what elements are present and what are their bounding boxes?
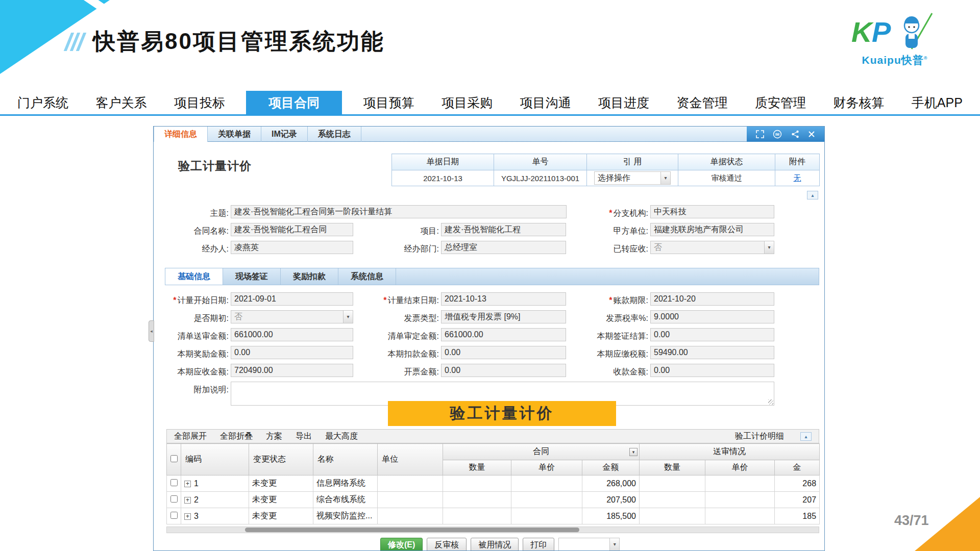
field-label: *计量结束日期: bbox=[368, 293, 439, 307]
app-window: 详细信息 关联单据 IM记录 系统日志 IM 验工计量计价 bbox=[153, 126, 825, 551]
usage-button[interactable]: 被用情况 bbox=[471, 538, 519, 551]
handler-input[interactable]: 凌燕英 bbox=[231, 241, 353, 254]
nav-item-communication[interactable]: 项目沟通 bbox=[514, 91, 577, 114]
nav-item-mobile-app[interactable]: 手机APP bbox=[905, 91, 969, 114]
invoiced-amount-input[interactable]: 0.00 bbox=[441, 364, 566, 377]
nav-item-customer[interactable]: 客户关系 bbox=[89, 91, 153, 114]
nav-item-progress[interactable]: 项目进度 bbox=[592, 91, 655, 114]
share-icon[interactable] bbox=[791, 130, 799, 138]
close-icon[interactable] bbox=[808, 131, 815, 138]
row-checkbox[interactable] bbox=[170, 495, 178, 503]
expand-icon[interactable]: + bbox=[184, 481, 191, 487]
collapse-panel-button[interactable]: ▴ bbox=[807, 191, 818, 199]
title-accent-marks bbox=[67, 33, 83, 51]
reference-select[interactable]: 选择操作▾ bbox=[594, 171, 671, 185]
attachment-link[interactable]: 无 bbox=[794, 173, 801, 182]
tax-due-input[interactable]: 59490.00 bbox=[650, 346, 774, 359]
receivable-amount-input[interactable]: 720490.00 bbox=[231, 364, 353, 377]
approved-amount-input[interactable]: 661000.00 bbox=[441, 328, 566, 341]
col-group-review: 送审情况 bbox=[640, 444, 820, 460]
nav-item-contract[interactable]: 项目合同 bbox=[246, 91, 342, 114]
expand-icon[interactable]: + bbox=[184, 497, 191, 504]
toolbar-max-height[interactable]: 最大高度 bbox=[325, 431, 358, 442]
resize-handle[interactable] bbox=[768, 399, 773, 405]
doc-header-table: 单据日期 单号 引 用 单据状态 附件 2021-10-13 YGJLJJ-20… bbox=[391, 154, 820, 186]
field-label: 本期扣款金额: bbox=[368, 347, 439, 361]
footer-select[interactable]: ▾ bbox=[558, 538, 620, 551]
grid-collapse-button[interactable]: ▴ bbox=[800, 432, 812, 441]
modify-button[interactable]: 修改(E) bbox=[380, 538, 423, 551]
deduction-amount-input[interactable]: 0.00 bbox=[441, 346, 566, 359]
expand-icon[interactable]: + bbox=[184, 513, 191, 520]
field-label: 经办部门: bbox=[368, 242, 439, 256]
subtab-site-visa[interactable]: 现场签证 bbox=[223, 268, 281, 285]
start-date-input[interactable]: 2021-09-01 bbox=[231, 292, 353, 306]
invoice-type-input[interactable]: 增值税专用发票 [9%] bbox=[441, 310, 566, 323]
slide: 快普易80项目管理系统功能 K P Kuaipu快普® 门户系统 客户关系 项目… bbox=[0, 0, 980, 551]
tab-system-log[interactable]: 系统日志 bbox=[308, 127, 361, 142]
reward-amount-input[interactable]: 0.00 bbox=[231, 346, 353, 359]
chevron-down-icon: ▾ bbox=[764, 241, 774, 254]
received-amount-input[interactable]: 0.00 bbox=[650, 364, 774, 377]
h-scrollbar-thumb[interactable] bbox=[245, 528, 579, 532]
nav-item-portal[interactable]: 门户系统 bbox=[11, 91, 75, 114]
field-label: *计量开始日期: bbox=[154, 293, 229, 307]
field-label: 附加说明: bbox=[154, 383, 229, 396]
subtab-system-info[interactable]: 系统信息 bbox=[338, 268, 396, 285]
field-label: 收款金额: bbox=[577, 365, 648, 379]
col-unit: 单位 bbox=[378, 444, 443, 475]
table-row[interactable]: +2 未变更 综合布线系统 207,500 207 bbox=[167, 492, 820, 508]
tab-im-records[interactable]: IM记录 bbox=[261, 127, 308, 142]
end-date-input[interactable]: 2021-10-13 bbox=[441, 292, 566, 306]
h-scrollbar[interactable] bbox=[166, 527, 819, 533]
svg-text:P: P bbox=[872, 16, 891, 48]
row-checkbox[interactable] bbox=[170, 479, 178, 486]
table-row[interactable]: +3 未变更 视频安防监控... 185,500 185 bbox=[167, 508, 820, 524]
slide-page-number: 43/71 bbox=[894, 513, 929, 529]
svg-text:K: K bbox=[851, 16, 874, 48]
field-label: 本期奖励金额: bbox=[154, 347, 229, 361]
window-controls: IM bbox=[747, 127, 824, 142]
transferred-select[interactable]: 否▾ bbox=[650, 241, 774, 254]
tax-rate-input[interactable]: 9.0000 bbox=[650, 310, 774, 323]
row-checkbox[interactable] bbox=[170, 512, 178, 519]
branch-input[interactable]: 中天科技 bbox=[650, 205, 774, 218]
col-group-contract: 合同 ▾ bbox=[443, 444, 640, 460]
toolbar-scheme[interactable]: 方案 bbox=[266, 431, 282, 442]
table-row[interactable]: +1 未变更 信息网络系统 268,000 268 bbox=[167, 475, 820, 492]
nav-item-quality[interactable]: 质安管理 bbox=[749, 91, 812, 114]
nav-item-bidding[interactable]: 项目投标 bbox=[168, 91, 231, 114]
print-button[interactable]: 打印 bbox=[523, 538, 554, 551]
subject-input[interactable]: 建发·吾悦智能化工程合同第一阶段计量结算 bbox=[231, 205, 567, 218]
select-all-checkbox[interactable] bbox=[170, 455, 178, 462]
toolbar-collapse-all[interactable]: 全部折叠 bbox=[220, 431, 253, 442]
contract-group-dropdown[interactable]: ▾ bbox=[629, 448, 638, 456]
nav-item-finance[interactable]: 财务核算 bbox=[827, 91, 890, 114]
initial-period-select[interactable]: 否▾ bbox=[231, 310, 353, 323]
tab-related-docs[interactable]: 关联单据 bbox=[208, 127, 261, 142]
subtab-basic-info[interactable]: 基础信息 bbox=[165, 268, 223, 285]
subtab-reward-deduction[interactable]: 奖励扣款 bbox=[281, 268, 338, 285]
due-date-input[interactable]: 2021-10-20 bbox=[650, 292, 774, 306]
unapprove-button[interactable]: 反审核 bbox=[427, 538, 467, 551]
field-label: 开票金额: bbox=[368, 365, 439, 379]
col-amount2: 金 bbox=[775, 460, 820, 475]
toolbar-export[interactable]: 导出 bbox=[296, 431, 312, 442]
contract-name-input[interactable]: 建发·吾悦智能化工程合同 bbox=[231, 223, 353, 236]
panel-collapse-handle[interactable]: ◂ bbox=[149, 320, 154, 342]
col-amount: 金额 bbox=[582, 460, 640, 475]
nav-item-funds[interactable]: 资金管理 bbox=[671, 91, 734, 114]
tab-detail-info[interactable]: 详细信息 bbox=[154, 127, 208, 142]
visa-settlement-input[interactable]: 0.00 bbox=[650, 328, 774, 341]
nav-item-procurement[interactable]: 项目采购 bbox=[435, 91, 499, 114]
department-input[interactable]: 总经理室 bbox=[441, 241, 566, 254]
fullscreen-icon[interactable] bbox=[756, 130, 764, 138]
toolbar-expand-all[interactable]: 全部展开 bbox=[174, 431, 207, 442]
nav-item-budget[interactable]: 项目预算 bbox=[357, 91, 421, 114]
field-label: 经办人: bbox=[154, 242, 229, 256]
doc-col-date: 单据日期 bbox=[392, 154, 494, 170]
party-a-input[interactable]: 福建兆联房地产有限公司 bbox=[650, 223, 774, 236]
project-input[interactable]: 建发·吾悦智能化工程 bbox=[441, 223, 566, 236]
submitted-amount-input[interactable]: 661000.00 bbox=[231, 328, 353, 341]
im-icon[interactable]: IM bbox=[773, 130, 782, 139]
